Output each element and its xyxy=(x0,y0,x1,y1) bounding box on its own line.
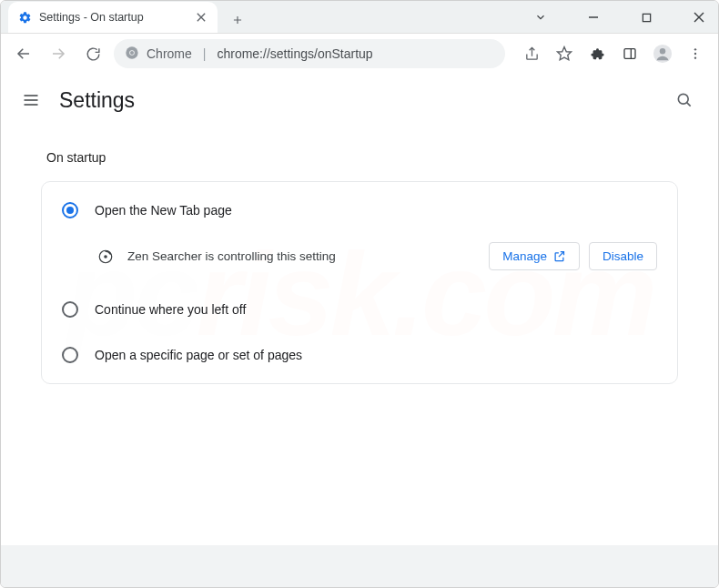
omnibox-separator: | xyxy=(203,46,207,61)
close-tab-button[interactable] xyxy=(194,10,208,25)
svg-line-26 xyxy=(687,103,691,106)
svg-rect-1 xyxy=(643,14,650,21)
svg-rect-15 xyxy=(624,49,635,59)
chrome-icon xyxy=(125,46,139,63)
svg-point-20 xyxy=(694,53,696,55)
disable-label: Disable xyxy=(603,249,643,263)
extension-favicon xyxy=(96,248,115,266)
svg-marker-14 xyxy=(558,47,572,60)
back-button[interactable] xyxy=(10,40,37,67)
search-icon[interactable] xyxy=(671,86,698,114)
svg-point-12 xyxy=(130,51,134,55)
browser-toolbar: Chrome | chrome://settings/onStartup xyxy=(1,34,718,74)
address-bar[interactable]: Chrome | chrome://settings/onStartup xyxy=(114,39,505,68)
radio-unchecked-icon[interactable] xyxy=(62,301,78,318)
close-window-button[interactable] xyxy=(685,5,713,30)
startup-options-card: Open the New Tab page Zen Searcher is co… xyxy=(41,181,678,384)
chevron-down-icon[interactable] xyxy=(527,5,554,30)
tab-title: Settings - On startup xyxy=(39,11,144,24)
option-continue[interactable]: Continue where you left off xyxy=(42,287,677,332)
extension-notice-row: Zen Searcher is controlling this setting… xyxy=(42,233,677,287)
bottom-bar xyxy=(1,545,718,587)
svg-point-25 xyxy=(678,94,688,104)
manage-button[interactable]: Manage xyxy=(489,242,580,270)
option-specific-pages[interactable]: Open a specific page or set of pages xyxy=(42,332,677,378)
profile-avatar[interactable] xyxy=(649,40,676,67)
svg-point-19 xyxy=(694,48,696,50)
new-tab-button[interactable] xyxy=(225,7,250,33)
bookmark-star-icon[interactable] xyxy=(551,40,578,67)
option-label: Open a specific page or set of pages xyxy=(95,348,302,362)
extension-notice-text: Zen Searcher is controlling this setting xyxy=(127,249,336,263)
side-panel-icon[interactable] xyxy=(616,40,643,67)
section-title: On startup xyxy=(46,150,678,165)
omnibox-origin: Chrome xyxy=(147,46,192,61)
maximize-button[interactable] xyxy=(633,5,660,30)
forward-button[interactable] xyxy=(45,40,72,67)
radio-checked-icon[interactable] xyxy=(62,202,78,218)
minimize-button[interactable] xyxy=(580,5,607,30)
omnibox-path: chrome://settings/onStartup xyxy=(217,46,372,61)
svg-point-18 xyxy=(660,48,665,54)
svg-point-21 xyxy=(694,56,696,58)
settings-header: Settings xyxy=(1,74,718,127)
svg-point-28 xyxy=(104,255,107,259)
tab-settings[interactable]: Settings - On startup xyxy=(8,2,218,33)
disable-button[interactable]: Disable xyxy=(589,242,657,270)
extensions-puzzle-icon[interactable] xyxy=(583,40,611,67)
page-title: Settings xyxy=(59,88,135,113)
option-label: Continue where you left off xyxy=(95,302,246,317)
gear-icon xyxy=(17,10,32,25)
share-icon[interactable] xyxy=(518,40,545,67)
reload-button[interactable] xyxy=(79,40,106,67)
radio-unchecked-icon[interactable] xyxy=(62,347,78,363)
kebab-menu-icon[interactable] xyxy=(682,40,709,67)
option-new-tab[interactable]: Open the New Tab page xyxy=(42,188,677,233)
external-link-icon xyxy=(552,249,566,263)
option-label: Open the New Tab page xyxy=(95,203,232,218)
manage-label: Manage xyxy=(502,249,547,263)
hamburger-menu-icon[interactable] xyxy=(21,90,41,110)
